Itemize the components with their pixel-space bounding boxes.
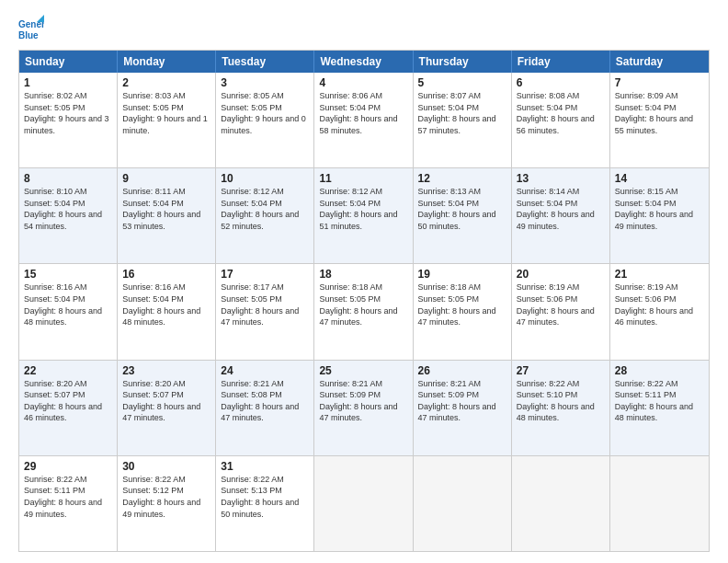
cell-info: Sunrise: 8:22 AMSunset: 5:12 PMDaylight:… — [122, 475, 200, 519]
day-number: 7 — [615, 76, 704, 89]
cell-info: Sunrise: 8:13 AMSunset: 5:04 PMDaylight:… — [418, 187, 496, 231]
day-number: 20 — [517, 268, 605, 281]
calendar-body: 1 Sunrise: 8:02 AMSunset: 5:05 PMDayligh… — [19, 73, 709, 551]
cell-info: Sunrise: 8:22 AMSunset: 5:11 PMDaylight:… — [615, 379, 693, 423]
calendar-row-4: 22 Sunrise: 8:20 AMSunset: 5:07 PMDaylig… — [19, 361, 709, 456]
cell-info: Sunrise: 8:22 AMSunset: 5:13 PMDaylight:… — [221, 475, 299, 519]
cell-info: Sunrise: 8:07 AMSunset: 5:04 PMDaylight:… — [418, 91, 496, 135]
logo-icon: General Blue — [18, 15, 44, 40]
day-cell-2: 2 Sunrise: 8:03 AMSunset: 5:05 PMDayligh… — [118, 73, 216, 167]
day-cell-13: 13 Sunrise: 8:14 AMSunset: 5:04 PMDaylig… — [512, 168, 610, 263]
cell-info: Sunrise: 8:02 AMSunset: 5:05 PMDaylight:… — [24, 91, 109, 135]
day-cell-25: 25 Sunrise: 8:21 AMSunset: 5:09 PMDaylig… — [314, 361, 413, 455]
cell-info: Sunrise: 8:20 AMSunset: 5:07 PMDaylight:… — [24, 379, 102, 423]
day-number: 22 — [24, 364, 112, 377]
day-cell-3: 3 Sunrise: 8:05 AMSunset: 5:05 PMDayligh… — [216, 73, 314, 167]
day-cell-16: 16 Sunrise: 8:16 AMSunset: 5:04 PMDaylig… — [118, 264, 216, 359]
day-cell-28: 28 Sunrise: 8:22 AMSunset: 5:11 PMDaylig… — [610, 361, 709, 455]
day-cell-24: 24 Sunrise: 8:21 AMSunset: 5:08 PMDaylig… — [216, 361, 314, 455]
header: General Blue — [18, 15, 710, 40]
empty-cell-r4c3 — [314, 456, 413, 551]
day-cell-20: 20 Sunrise: 8:19 AMSunset: 5:06 PMDaylig… — [512, 264, 610, 359]
cell-info: Sunrise: 8:12 AMSunset: 5:04 PMDaylight:… — [319, 187, 397, 231]
day-number: 23 — [122, 364, 210, 377]
empty-cell-r4c5 — [512, 456, 610, 551]
weekday-header-sunday: Sunday — [19, 51, 118, 73]
day-number: 10 — [221, 172, 309, 185]
day-number: 18 — [319, 268, 407, 281]
cell-info: Sunrise: 8:22 AMSunset: 5:11 PMDaylight:… — [24, 475, 102, 519]
day-cell-22: 22 Sunrise: 8:20 AMSunset: 5:07 PMDaylig… — [19, 361, 118, 455]
cell-info: Sunrise: 8:05 AMSunset: 5:05 PMDaylight:… — [221, 91, 306, 135]
calendar: SundayMondayTuesdayWednesdayThursdayFrid… — [18, 50, 710, 552]
svg-marker-2 — [37, 15, 44, 22]
day-cell-12: 12 Sunrise: 8:13 AMSunset: 5:04 PMDaylig… — [414, 168, 512, 263]
svg-text:Blue: Blue — [18, 30, 39, 40]
day-cell-26: 26 Sunrise: 8:21 AMSunset: 5:09 PMDaylig… — [414, 361, 512, 455]
weekday-header-wednesday: Wednesday — [314, 51, 413, 73]
day-cell-29: 29 Sunrise: 8:22 AMSunset: 5:11 PMDaylig… — [19, 456, 118, 551]
day-cell-21: 21 Sunrise: 8:19 AMSunset: 5:06 PMDaylig… — [610, 264, 709, 359]
day-number: 26 — [418, 364, 506, 377]
cell-info: Sunrise: 8:03 AMSunset: 5:05 PMDaylight:… — [122, 91, 208, 135]
cell-info: Sunrise: 8:10 AMSunset: 5:04 PMDaylight:… — [24, 187, 102, 231]
day-cell-10: 10 Sunrise: 8:12 AMSunset: 5:04 PMDaylig… — [216, 168, 314, 263]
day-cell-15: 15 Sunrise: 8:16 AMSunset: 5:04 PMDaylig… — [19, 264, 118, 359]
page: General Blue SundayMondayTuesdayWednesda… — [0, 0, 728, 563]
cell-info: Sunrise: 8:12 AMSunset: 5:04 PMDaylight:… — [221, 187, 299, 231]
calendar-row-3: 15 Sunrise: 8:16 AMSunset: 5:04 PMDaylig… — [19, 264, 709, 360]
cell-info: Sunrise: 8:18 AMSunset: 5:05 PMDaylight:… — [418, 282, 496, 327]
day-cell-23: 23 Sunrise: 8:20 AMSunset: 5:07 PMDaylig… — [118, 361, 216, 455]
day-cell-11: 11 Sunrise: 8:12 AMSunset: 5:04 PMDaylig… — [314, 168, 413, 263]
cell-info: Sunrise: 8:18 AMSunset: 5:05 PMDaylight:… — [319, 282, 397, 327]
cell-info: Sunrise: 8:21 AMSunset: 5:09 PMDaylight:… — [418, 379, 496, 423]
calendar-header: SundayMondayTuesdayWednesdayThursdayFrid… — [19, 51, 709, 73]
day-cell-19: 19 Sunrise: 8:18 AMSunset: 5:05 PMDaylig… — [414, 264, 512, 359]
cell-info: Sunrise: 8:17 AMSunset: 5:05 PMDaylight:… — [221, 282, 299, 327]
day-number: 15 — [24, 268, 112, 281]
day-number: 30 — [122, 460, 210, 473]
day-number: 1 — [24, 76, 112, 89]
day-number: 31 — [221, 460, 309, 473]
cell-info: Sunrise: 8:16 AMSunset: 5:04 PMDaylight:… — [24, 282, 102, 327]
cell-info: Sunrise: 8:19 AMSunset: 5:06 PMDaylight:… — [615, 282, 693, 327]
day-number: 9 — [122, 172, 210, 185]
day-number: 3 — [221, 76, 309, 89]
day-cell-4: 4 Sunrise: 8:06 AMSunset: 5:04 PMDayligh… — [314, 73, 413, 167]
day-number: 27 — [517, 364, 605, 377]
cell-info: Sunrise: 8:20 AMSunset: 5:07 PMDaylight:… — [122, 379, 200, 423]
day-cell-1: 1 Sunrise: 8:02 AMSunset: 5:05 PMDayligh… — [19, 73, 118, 167]
empty-cell-r4c6 — [610, 456, 709, 551]
day-cell-14: 14 Sunrise: 8:15 AMSunset: 5:04 PMDaylig… — [610, 168, 709, 263]
day-number: 4 — [319, 76, 407, 89]
day-number: 17 — [221, 268, 309, 281]
weekday-header-tuesday: Tuesday — [216, 51, 314, 73]
cell-info: Sunrise: 8:14 AMSunset: 5:04 PMDaylight:… — [517, 187, 595, 231]
weekday-header-monday: Monday — [118, 51, 216, 73]
day-cell-8: 8 Sunrise: 8:10 AMSunset: 5:04 PMDayligh… — [19, 168, 118, 263]
day-number: 11 — [319, 172, 407, 185]
logo: General Blue — [18, 15, 48, 40]
empty-cell-r4c4 — [414, 456, 512, 551]
day-number: 24 — [221, 364, 309, 377]
day-cell-31: 31 Sunrise: 8:22 AMSunset: 5:13 PMDaylig… — [216, 456, 314, 551]
day-number: 12 — [418, 172, 506, 185]
cell-info: Sunrise: 8:19 AMSunset: 5:06 PMDaylight:… — [517, 282, 595, 327]
day-number: 16 — [122, 268, 210, 281]
calendar-row-2: 8 Sunrise: 8:10 AMSunset: 5:04 PMDayligh… — [19, 168, 709, 264]
day-number: 21 — [615, 268, 704, 281]
cell-info: Sunrise: 8:09 AMSunset: 5:04 PMDaylight:… — [615, 91, 693, 135]
cell-info: Sunrise: 8:15 AMSunset: 5:04 PMDaylight:… — [615, 187, 693, 231]
day-number: 8 — [24, 172, 112, 185]
cell-info: Sunrise: 8:08 AMSunset: 5:04 PMDaylight:… — [517, 91, 595, 135]
day-number: 28 — [615, 364, 704, 377]
calendar-row-1: 1 Sunrise: 8:02 AMSunset: 5:05 PMDayligh… — [19, 73, 709, 168]
cell-info: Sunrise: 8:21 AMSunset: 5:08 PMDaylight:… — [221, 379, 299, 423]
cell-info: Sunrise: 8:22 AMSunset: 5:10 PMDaylight:… — [517, 379, 595, 423]
day-number: 14 — [615, 172, 704, 185]
weekday-header-saturday: Saturday — [610, 51, 709, 73]
cell-info: Sunrise: 8:16 AMSunset: 5:04 PMDaylight:… — [122, 282, 200, 327]
day-number: 5 — [418, 76, 506, 89]
day-cell-6: 6 Sunrise: 8:08 AMSunset: 5:04 PMDayligh… — [512, 73, 610, 167]
day-number: 6 — [517, 76, 605, 89]
